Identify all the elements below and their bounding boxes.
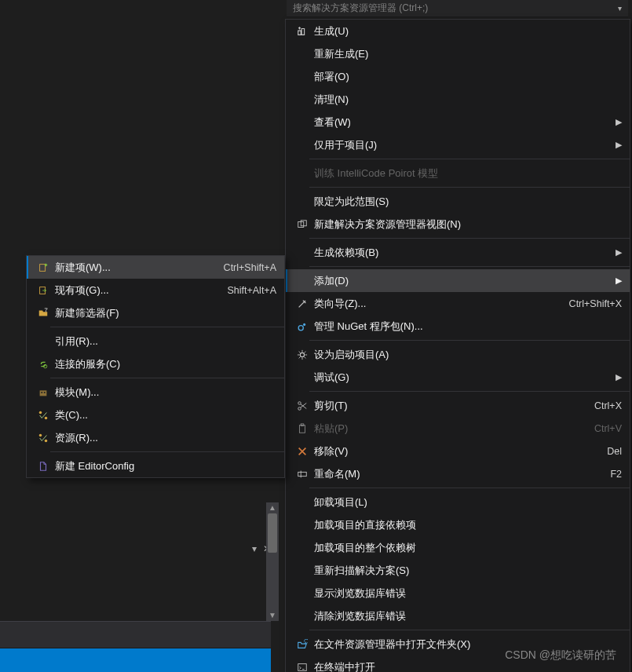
svg-point-20 <box>39 433 42 436</box>
menu-item-shortcut: Ctrl+Shift+X <box>553 298 622 309</box>
svg-point-2 <box>305 300 306 301</box>
menu-item-build-deps[interactable]: 生成依赖项(B)▶ <box>286 241 630 264</box>
menu-item-label: 模块(M)... <box>52 385 276 400</box>
menu-item-load-tree[interactable]: 加载项目的整个依赖树 <box>286 536 630 559</box>
menu-item-clean[interactable]: 清理(N) <box>286 88 630 111</box>
pin-icon[interactable]: ▾ <box>252 543 257 554</box>
menu-item-open-terminal[interactable]: 在终端中打开 <box>286 656 630 672</box>
menu-item-label: 管理 NuGet 程序包(N)... <box>311 320 622 334</box>
menu-separator <box>50 378 284 378</box>
menu-item-rescan[interactable]: 重新扫描解决方案(S) <box>286 559 630 582</box>
scrollbar[interactable]: ▲ ▼ <box>266 502 279 621</box>
menu-item-build[interactable]: 生成(U) <box>286 20 630 42</box>
svg-rect-12 <box>40 264 46 271</box>
menu-separator <box>309 391 630 392</box>
menu-item-resource[interactable]: 资源(R)... <box>27 426 284 449</box>
scroll-down-arrow[interactable]: ▼ <box>266 610 279 621</box>
remove-x-icon <box>294 446 311 457</box>
menu-item-scope-to[interactable]: 限定为此范围(S) <box>286 190 630 213</box>
menu-item-shortcut: F2 <box>594 469 622 480</box>
menu-item-unload[interactable]: 卸载项目(L) <box>286 491 630 513</box>
menu-item-deploy[interactable]: 部署(O) <box>286 65 630 88</box>
scrollbar-thumb[interactable] <box>268 513 277 553</box>
menu-item-editorconfig[interactable]: 新建 EditorConfig <box>27 455 284 477</box>
menu-separator <box>309 340 630 341</box>
menu-item-class[interactable]: 类(C)... <box>27 404 284 426</box>
menu-item-new-item[interactable]: 新建项(W)...Ctrl+Shift+A <box>27 256 284 279</box>
multi-window-icon <box>294 219 311 230</box>
menu-item-new-solution-explorer[interactable]: 新建解决方案资源管理器视图(N) <box>286 213 630 236</box>
search-dropdown-arrow[interactable]: ▾ <box>618 4 622 13</box>
menu-item-label: 在文件资源管理器中打开文件夹(X) <box>311 637 622 652</box>
menu-item-clear-browse-db-err[interactable]: 清除浏览数据库错误 <box>286 604 630 627</box>
menu-item-class-wizard[interactable]: 类向导(Z)...Ctrl+Shift+X <box>286 292 630 315</box>
menu-item-label: 剪切(T) <box>311 399 579 413</box>
menu-item-label: 加载项目的直接依赖项 <box>311 518 622 532</box>
menu-item-show-browse-db-err[interactable]: 显示浏览数据库错误 <box>286 582 630 604</box>
menu-item-label: 连接的服务(C) <box>52 357 276 371</box>
menu-item-label: 移除(V) <box>311 444 591 458</box>
menu-separator <box>309 488 630 488</box>
svg-rect-15 <box>40 390 47 396</box>
module-icon <box>35 387 52 398</box>
scroll-up-arrow[interactable]: ▲ <box>266 502 279 513</box>
menu-separator <box>309 238 630 239</box>
menu-item-connected-service[interactable]: 连接的服务(C) <box>27 352 284 375</box>
menu-item-label: 调试(G) <box>311 371 609 385</box>
menu-item-startup[interactable]: 设为启动项目(A) <box>286 343 630 366</box>
svg-point-6 <box>298 401 301 404</box>
menu-item-label: 显示浏览数据库错误 <box>311 586 622 601</box>
menu-item-open-folder[interactable]: 在文件资源管理器中打开文件夹(X) <box>286 633 630 656</box>
scissors-icon <box>294 400 311 411</box>
submenu-arrow-icon: ▶ <box>616 372 622 382</box>
solution-explorer-search[interactable]: 搜索解决方案资源管理器 (Ctrl+;) ▾ <box>287 0 628 17</box>
menu-item-label: 加载项目的整个依赖树 <box>311 541 622 555</box>
menu-item-label: 清除浏览数据库错误 <box>311 609 622 623</box>
menu-item-label: 现有项(G)... <box>52 283 211 298</box>
menu-item-label: 卸载项目(L) <box>311 495 622 509</box>
svg-point-21 <box>45 439 48 442</box>
clipboard-icon <box>294 423 311 434</box>
svg-point-18 <box>39 411 42 414</box>
menu-item-rebuild[interactable]: 重新生成(E) <box>286 42 630 65</box>
menu-item-module[interactable]: 模块(M)... <box>27 381 284 404</box>
svg-rect-10 <box>298 472 307 476</box>
menu-item-debug[interactable]: 调试(G)▶ <box>286 366 630 389</box>
menu-item-label: 资源(R)... <box>52 431 276 445</box>
context-menu-main: 生成(U)重新生成(E)部署(O)清理(N)查看(W)▶仅用于项目(J)▶训练 … <box>285 19 630 672</box>
menu-item-label: 生成(U) <box>311 24 622 38</box>
menu-item-label: 类向导(Z)... <box>311 297 553 311</box>
menu-item-nuget[interactable]: 管理 NuGet 程序包(N)... <box>286 315 630 338</box>
menu-separator <box>309 266 630 267</box>
menu-item-existing-item[interactable]: 现有项(G)...Shift+Alt+A <box>27 279 284 301</box>
gear-icon <box>294 349 311 360</box>
menu-item-new-filter[interactable]: 新建筛选器(F) <box>27 301 284 324</box>
menu-item-label: 重命名(M) <box>311 467 594 481</box>
search-placeholder: 搜索解决方案资源管理器 (Ctrl+;) <box>293 2 428 15</box>
menu-item-reference[interactable]: 引用(R)... <box>27 330 284 352</box>
menu-item-project-only[interactable]: 仅用于项目(J)▶ <box>286 133 630 156</box>
menu-item-rename[interactable]: 重命名(M)F2 <box>286 462 630 485</box>
menu-item-label: 训练 IntelliCode Poirot 模型 <box>311 166 622 181</box>
svg-point-19 <box>45 416 48 419</box>
menu-separator <box>50 451 284 452</box>
menu-separator <box>309 159 630 159</box>
menu-item-load-direct[interactable]: 加载项目的直接依赖项 <box>286 513 630 536</box>
menu-item-remove[interactable]: 移除(V)Del <box>286 440 630 462</box>
nuget-icon <box>294 321 311 332</box>
context-menu-add: 新建项(W)...Ctrl+Shift+A现有项(G)...Shift+Alt+… <box>26 255 285 478</box>
menu-item-label: 新建解决方案资源管理器视图(N) <box>311 217 622 232</box>
menu-item-cut[interactable]: 剪切(T)Ctrl+X <box>286 394 630 417</box>
menu-item-label: 查看(W) <box>311 115 609 130</box>
panel-tabs-area <box>0 621 271 648</box>
submenu-arrow-icon: ▶ <box>616 247 622 257</box>
folder-funnel-icon <box>35 308 52 319</box>
menu-item-shortcut: Ctrl+X <box>579 400 622 411</box>
menu-item-shortcut: Ctrl+Shift+A <box>208 262 276 273</box>
menu-separator <box>309 187 630 188</box>
menu-item-intellicode: 训练 IntelliCode Poirot 模型 <box>286 162 630 184</box>
menu-item-view[interactable]: 查看(W)▶ <box>286 111 630 133</box>
build-icon <box>294 26 311 37</box>
menu-item-label: 清理(N) <box>311 93 622 107</box>
menu-item-add[interactable]: 添加(D)▶ <box>286 269 630 292</box>
